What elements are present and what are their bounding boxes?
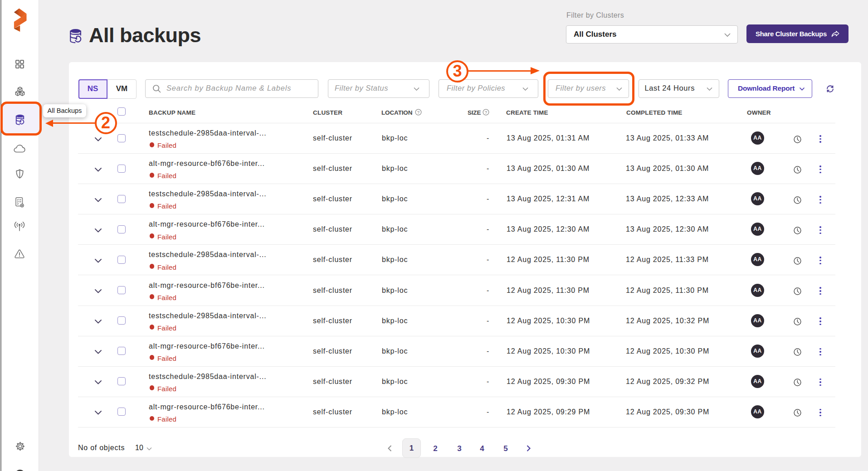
svg-text:?: ? (484, 110, 487, 115)
svg-text:?: ? (417, 110, 419, 115)
